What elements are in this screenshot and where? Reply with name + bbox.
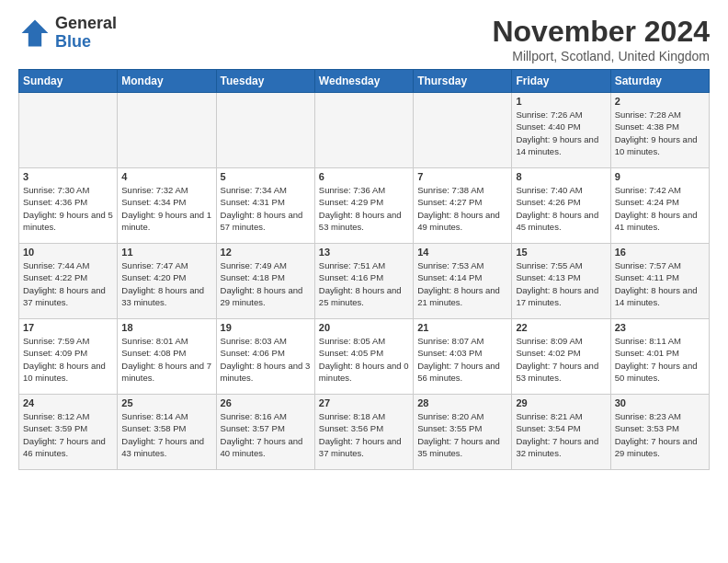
calendar-cell: 23Sunrise: 8:11 AM Sunset: 4:01 PM Dayli… [610, 319, 709, 395]
calendar-cell: 17Sunrise: 7:59 AM Sunset: 4:09 PM Dayli… [19, 319, 118, 395]
calendar-cell: 9Sunrise: 7:42 AM Sunset: 4:24 PM Daylig… [610, 168, 709, 244]
day-info: Sunrise: 8:20 AM Sunset: 3:55 PM Dayligh… [417, 410, 507, 459]
day-info: Sunrise: 8:01 AM Sunset: 4:08 PM Dayligh… [121, 335, 211, 384]
calendar-cell: 6Sunrise: 7:36 AM Sunset: 4:29 PM Daylig… [314, 168, 413, 244]
calendar-cell: 16Sunrise: 7:57 AM Sunset: 4:11 PM Dayli… [610, 244, 709, 319]
day-info: Sunrise: 7:34 AM Sunset: 4:31 PM Dayligh… [221, 184, 311, 233]
day-info: Sunrise: 8:23 AM Sunset: 3:53 PM Dayligh… [615, 410, 705, 459]
calendar-cell: 10Sunrise: 7:44 AM Sunset: 4:22 PM Dayli… [19, 244, 118, 319]
calendar-cell: 19Sunrise: 8:03 AM Sunset: 4:06 PM Dayli… [216, 319, 314, 395]
day-info: Sunrise: 7:26 AM Sunset: 4:40 PM Dayligh… [516, 109, 606, 157]
calendar-cell: 24Sunrise: 8:12 AM Sunset: 3:59 PM Dayli… [19, 395, 118, 470]
header: General Blue November 2024 Millport, Sco… [18, 15, 710, 63]
title-block: November 2024 Millport, Scotland, United… [492, 15, 710, 63]
calendar-cell [314, 93, 413, 168]
logo-general-text: General [55, 15, 117, 33]
day-info: Sunrise: 7:42 AM Sunset: 4:24 PM Dayligh… [615, 184, 705, 233]
day-info: Sunrise: 8:12 AM Sunset: 3:59 PM Dayligh… [23, 410, 113, 459]
day-info: Sunrise: 7:49 AM Sunset: 4:18 PM Dayligh… [221, 259, 311, 308]
day-info: Sunrise: 7:32 AM Sunset: 4:34 PM Dayligh… [121, 184, 211, 233]
calendar-cell: 13Sunrise: 7:51 AM Sunset: 4:16 PM Dayli… [314, 244, 413, 319]
day-info: Sunrise: 7:57 AM Sunset: 4:11 PM Dayligh… [615, 259, 705, 308]
day-number: 18 [121, 322, 211, 333]
day-number: 30 [615, 397, 705, 408]
day-number: 6 [319, 171, 409, 182]
calendar-cell: 25Sunrise: 8:14 AM Sunset: 3:58 PM Dayli… [118, 395, 216, 470]
calendar-cell [216, 93, 314, 168]
day-info: Sunrise: 7:30 AM Sunset: 4:36 PM Dayligh… [23, 184, 113, 233]
day-number: 22 [516, 322, 606, 333]
location: Millport, Scotland, United Kingdom [492, 49, 710, 63]
svg-marker-0 [22, 19, 49, 46]
week-row-4: 24Sunrise: 8:12 AM Sunset: 3:59 PM Dayli… [19, 395, 710, 470]
day-number: 10 [23, 247, 113, 258]
day-number: 13 [319, 247, 409, 258]
calendar-cell: 21Sunrise: 8:07 AM Sunset: 4:03 PM Dayli… [414, 319, 512, 395]
day-number: 1 [516, 96, 606, 107]
calendar-cell: 28Sunrise: 8:20 AM Sunset: 3:55 PM Dayli… [414, 395, 512, 470]
header-tuesday: Tuesday [216, 70, 314, 93]
header-row: SundayMondayTuesdayWednesdayThursdayFrid… [19, 70, 710, 93]
day-info: Sunrise: 8:21 AM Sunset: 3:54 PM Dayligh… [516, 410, 606, 459]
header-friday: Friday [512, 70, 610, 93]
logo-blue-text: Blue [55, 33, 117, 52]
calendar-cell: 15Sunrise: 7:55 AM Sunset: 4:13 PM Dayli… [512, 244, 610, 319]
day-number: 19 [221, 322, 311, 333]
header-monday: Monday [118, 70, 216, 93]
calendar-cell: 3Sunrise: 7:30 AM Sunset: 4:36 PM Daylig… [19, 168, 118, 244]
day-number: 16 [615, 247, 705, 258]
calendar-cell: 5Sunrise: 7:34 AM Sunset: 4:31 PM Daylig… [216, 168, 314, 244]
calendar-cell: 7Sunrise: 7:38 AM Sunset: 4:27 PM Daylig… [414, 168, 512, 244]
day-info: Sunrise: 7:44 AM Sunset: 4:22 PM Dayligh… [23, 259, 113, 308]
day-number: 24 [23, 397, 113, 408]
day-info: Sunrise: 8:03 AM Sunset: 4:06 PM Dayligh… [221, 335, 311, 384]
calendar-cell: 8Sunrise: 7:40 AM Sunset: 4:26 PM Daylig… [512, 168, 610, 244]
day-number: 3 [23, 171, 113, 182]
day-info: Sunrise: 7:59 AM Sunset: 4:09 PM Dayligh… [23, 335, 113, 384]
logo-icon [18, 17, 51, 50]
week-row-2: 10Sunrise: 7:44 AM Sunset: 4:22 PM Dayli… [19, 244, 710, 319]
day-number: 20 [319, 322, 409, 333]
day-number: 29 [516, 397, 606, 408]
calendar-cell [118, 93, 216, 168]
day-number: 28 [417, 397, 507, 408]
header-thursday: Thursday [414, 70, 512, 93]
week-row-0: 1Sunrise: 7:26 AM Sunset: 4:40 PM Daylig… [19, 93, 710, 168]
day-info: Sunrise: 7:53 AM Sunset: 4:14 PM Dayligh… [417, 259, 507, 308]
day-info: Sunrise: 7:28 AM Sunset: 4:38 PM Dayligh… [615, 109, 705, 157]
calendar-cell: 30Sunrise: 8:23 AM Sunset: 3:53 PM Dayli… [610, 395, 709, 470]
day-info: Sunrise: 8:07 AM Sunset: 4:03 PM Dayligh… [417, 335, 507, 384]
day-info: Sunrise: 8:11 AM Sunset: 4:01 PM Dayligh… [615, 335, 705, 384]
calendar-cell: 26Sunrise: 8:16 AM Sunset: 3:57 PM Dayli… [216, 395, 314, 470]
day-number: 26 [221, 397, 311, 408]
calendar-header: SundayMondayTuesdayWednesdayThursdayFrid… [19, 70, 710, 93]
day-number: 14 [417, 247, 507, 258]
logo-text: General Blue [55, 15, 117, 52]
calendar-cell [414, 93, 512, 168]
calendar-cell: 27Sunrise: 8:18 AM Sunset: 3:56 PM Dayli… [314, 395, 413, 470]
day-info: Sunrise: 7:38 AM Sunset: 4:27 PM Dayligh… [417, 184, 507, 233]
day-info: Sunrise: 8:09 AM Sunset: 4:02 PM Dayligh… [516, 335, 606, 384]
day-number: 21 [417, 322, 507, 333]
week-row-3: 17Sunrise: 7:59 AM Sunset: 4:09 PM Dayli… [19, 319, 710, 395]
day-number: 12 [221, 247, 311, 258]
day-info: Sunrise: 7:36 AM Sunset: 4:29 PM Dayligh… [319, 184, 409, 233]
calendar-cell: 20Sunrise: 8:05 AM Sunset: 4:05 PM Dayli… [314, 319, 413, 395]
page: General Blue November 2024 Millport, Sco… [0, 0, 728, 563]
day-info: Sunrise: 7:51 AM Sunset: 4:16 PM Dayligh… [319, 259, 409, 308]
day-number: 17 [23, 322, 113, 333]
calendar-cell: 1Sunrise: 7:26 AM Sunset: 4:40 PM Daylig… [512, 93, 610, 168]
day-number: 2 [615, 96, 705, 107]
calendar-cell: 2Sunrise: 7:28 AM Sunset: 4:38 PM Daylig… [610, 93, 709, 168]
month-title: November 2024 [492, 15, 710, 49]
day-number: 27 [319, 397, 409, 408]
day-number: 9 [615, 171, 705, 182]
header-sunday: Sunday [19, 70, 118, 93]
header-saturday: Saturday [610, 70, 709, 93]
day-number: 5 [221, 171, 311, 182]
day-number: 25 [121, 397, 211, 408]
day-number: 11 [121, 247, 211, 258]
logo: General Blue [18, 15, 117, 52]
day-info: Sunrise: 8:16 AM Sunset: 3:57 PM Dayligh… [221, 410, 311, 459]
week-row-1: 3Sunrise: 7:30 AM Sunset: 4:36 PM Daylig… [19, 168, 710, 244]
